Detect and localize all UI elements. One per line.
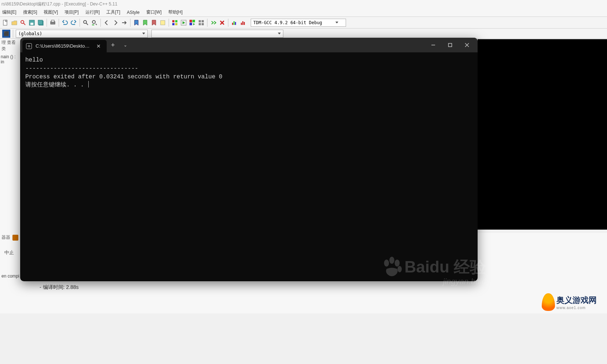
svg-line-11: [86, 23, 88, 25]
svg-point-10: [84, 21, 87, 23]
svg-point-2: [21, 21, 24, 23]
compile-run-icon[interactable]: [188, 19, 196, 27]
menu-project[interactable]: 项目[P]: [64, 9, 80, 15]
rebuild-all-icon[interactable]: [197, 19, 205, 27]
svg-rect-1: [5, 20, 7, 22]
ide-title: rs\86159\Desktop\编程\17.cpp - [Executing]…: [0, 0, 607, 8]
menu-run[interactable]: 运行[R]: [85, 9, 100, 15]
compiler-selector[interactable]: TDM-GCC 4.9.2 64-bit Debug: [251, 19, 346, 27]
left-tab-1[interactable]: 理: [1, 40, 6, 45]
menu-search[interactable]: 搜索[S]: [22, 9, 38, 15]
run-icon[interactable]: [180, 19, 188, 27]
compile-icon[interactable]: [171, 19, 179, 27]
svg-rect-30: [241, 23, 242, 25]
left-sidebar: 理 查看类 nain () : in: [0, 39, 20, 233]
menu-window[interactable]: 窗口[W]: [146, 9, 162, 15]
menu-edit[interactable]: 编辑[E]: [1, 9, 17, 15]
menu-help[interactable]: 帮助[H]: [168, 9, 183, 15]
output-line-2: Process exited after 0.03241 seconds wit…: [25, 74, 222, 80]
svg-rect-23: [199, 20, 201, 22]
profile-report-icon[interactable]: [239, 19, 247, 27]
menu-bar: 编辑[E] 搜索[S] 视图[V] 项目[P] 运行[R] 工具[T] ASty…: [0, 8, 607, 17]
globals-selected-label: (globals): [18, 31, 42, 36]
svg-rect-29: [235, 22, 236, 25]
chevron-down-icon: [142, 33, 145, 34]
redo-icon[interactable]: [70, 19, 78, 27]
symbols-toolbar: ⬛ (globals): [0, 29, 607, 39]
flame-icon: [542, 293, 555, 311]
tab-dropdown-icon[interactable]: ⌄: [119, 39, 132, 51]
svg-rect-15: [172, 20, 174, 22]
bookmark-list-icon[interactable]: [159, 19, 167, 27]
svg-line-3: [23, 23, 25, 25]
stop-debug-icon[interactable]: [218, 19, 226, 27]
replace-icon[interactable]: [91, 19, 99, 27]
output-divider: --------------------------------: [25, 64, 138, 71]
svg-rect-20: [190, 20, 192, 22]
main-declaration: nain () : in: [0, 53, 20, 66]
terminal-tab[interactable]: ⧉ C:\Users\86159\Desktop\编程 ✕: [22, 40, 107, 52]
terminal-tab-title: C:\Users\86159\Desktop\编程: [36, 43, 91, 49]
bookmark-goto-icon[interactable]: [141, 19, 149, 27]
undo-icon[interactable]: [61, 19, 69, 27]
find-icon[interactable]: [82, 19, 90, 27]
open-file-icon[interactable]: [10, 19, 18, 27]
chevron-down-icon: [278, 33, 281, 34]
function-selector[interactable]: [151, 30, 283, 38]
profile-icon[interactable]: [230, 19, 238, 27]
menu-tools[interactable]: 工具[T]: [106, 9, 121, 15]
output-line-3: 请按任意键继续. . .: [25, 82, 88, 88]
terminal-output[interactable]: hello -------------------------------- P…: [20, 52, 478, 281]
main-toolbar: TDM-GCC 4.9.2 64-bit Debug: [0, 17, 607, 29]
aoe-logo: 奥义游戏网 www.aoe1.com: [542, 289, 603, 315]
save-icon[interactable]: [28, 19, 36, 27]
globals-selector[interactable]: (globals): [16, 30, 148, 38]
terminal-titlebar[interactable]: ⧉ C:\Users\86159\Desktop\编程 ✕ + ⌄: [20, 38, 478, 52]
terminal-icon: ⧉: [26, 43, 32, 49]
svg-rect-28: [233, 21, 235, 25]
svg-rect-17: [172, 23, 174, 25]
output-line-1: hello: [25, 57, 43, 63]
bottom-tab-compiler[interactable]: 器器: [1, 234, 10, 241]
menu-astyle[interactable]: AStyle: [126, 10, 140, 15]
nav-forward-icon[interactable]: [111, 19, 119, 27]
svg-rect-14: [161, 21, 165, 25]
new-file-icon[interactable]: [1, 19, 10, 27]
svg-rect-24: [202, 20, 204, 22]
close-button[interactable]: [459, 39, 475, 51]
bookmark-del-icon[interactable]: [150, 19, 158, 27]
svg-rect-18: [175, 23, 177, 25]
goto-icon[interactable]: [120, 19, 128, 27]
code-editor-area[interactable]: [478, 39, 607, 230]
svg-rect-34: [449, 44, 452, 47]
svg-rect-9: [51, 20, 54, 22]
svg-rect-16: [175, 20, 177, 22]
svg-rect-32: [244, 22, 245, 25]
chevron-down-icon: [335, 22, 338, 23]
svg-rect-22: [190, 23, 192, 25]
compile-time-label: - 编译时间: 2.88s: [40, 284, 79, 291]
toggle-bookmark-icon[interactable]: ⬛: [2, 30, 10, 38]
nav-back-icon[interactable]: [103, 19, 111, 27]
close-tab-icon[interactable]: ✕: [94, 42, 103, 50]
svg-rect-26: [202, 23, 204, 25]
aoe-logo-url: www.aoe1.com: [556, 306, 597, 310]
new-tab-button[interactable]: +: [107, 39, 119, 51]
minimize-button[interactable]: [425, 39, 442, 51]
svg-point-12: [92, 21, 95, 23]
maximize-button[interactable]: [442, 39, 459, 51]
bookmark-add-icon[interactable]: [132, 19, 140, 27]
svg-rect-25: [199, 23, 201, 25]
svg-rect-7: [38, 20, 43, 25]
save-all-icon[interactable]: [37, 19, 45, 27]
print-icon[interactable]: [49, 19, 57, 27]
magnify-icon[interactable]: [19, 19, 27, 27]
tab-stack-icon[interactable]: [12, 235, 18, 241]
svg-rect-31: [242, 21, 243, 25]
compiler-selected-label: TDM-GCC 4.9.2 64-bit Debug: [253, 20, 322, 25]
menu-view[interactable]: 视图[V]: [43, 9, 59, 15]
debug-icon[interactable]: [209, 19, 217, 27]
terminal-window: ⧉ C:\Users\86159\Desktop\编程 ✕ + ⌄ hello …: [20, 38, 478, 281]
cursor: [88, 81, 89, 88]
svg-rect-21: [192, 20, 195, 22]
